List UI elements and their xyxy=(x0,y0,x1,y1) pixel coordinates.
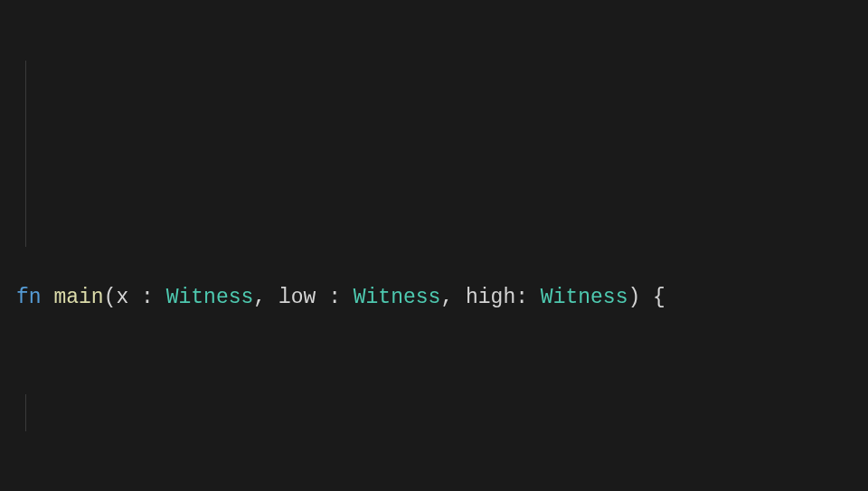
type-name: Witness xyxy=(354,286,441,309)
brace-open: { xyxy=(640,286,665,309)
param-name: x xyxy=(116,286,128,309)
type-name: Witness xyxy=(166,286,254,309)
paren-open: ( xyxy=(104,286,117,309)
code-editor[interactable]: fn main(x : Witness, low : Witness, high… xyxy=(0,0,868,491)
keyword-fn: fn xyxy=(16,286,42,309)
whitespace xyxy=(42,286,54,309)
param-name: low xyxy=(278,286,316,309)
comma: , xyxy=(253,286,278,309)
code-line: fn main(x : Witness, low : Witness, high… xyxy=(16,279,852,316)
paren-close: ) xyxy=(627,286,640,309)
param-name: high xyxy=(466,286,515,309)
indent-guide xyxy=(25,61,26,247)
code-line-blank xyxy=(16,390,852,427)
colon: : xyxy=(316,286,353,309)
comma: , xyxy=(440,286,466,309)
type-name: Witness xyxy=(541,286,628,309)
colon: : xyxy=(128,286,165,309)
function-name: main xyxy=(53,286,103,309)
colon: : xyxy=(515,286,541,309)
